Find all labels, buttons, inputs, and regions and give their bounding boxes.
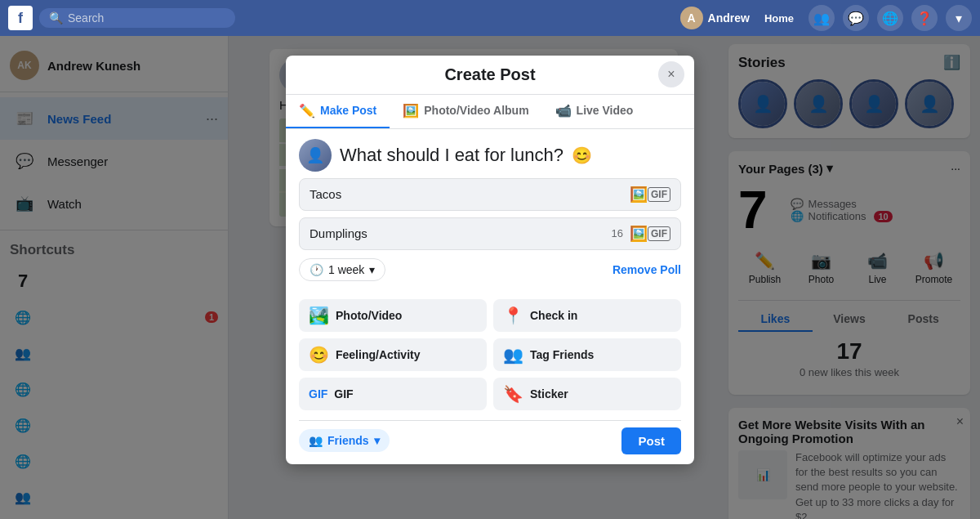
- top-navigation: f 🔍 A Andrew Home 👥 💬 🌐 ❓ ▾: [0, 0, 980, 36]
- poll-option-2-gif-icon[interactable]: GIF: [648, 226, 670, 241]
- sticker-icon: 🔖: [503, 384, 523, 404]
- create-post-user: 👤 What should I eat for lunch? 😊: [299, 139, 681, 172]
- topnav-left: f 🔍: [8, 6, 235, 30]
- poll-option-2-image-icon[interactable]: 🖼️: [630, 225, 648, 243]
- globe-icon[interactable]: 🌐: [877, 5, 903, 31]
- messenger-icon[interactable]: 💬: [843, 5, 869, 31]
- friends-icon[interactable]: 👥: [808, 5, 835, 31]
- audience-btn[interactable]: 👥 Friends ▾: [299, 429, 390, 452]
- action-gif[interactable]: GIF GIF: [299, 378, 487, 410]
- topnav-right: A Andrew Home 👥 💬 🌐 ❓ ▾: [680, 5, 972, 31]
- photoalbum-icon: 🖼️: [403, 103, 419, 119]
- clock-icon: 🕐: [310, 263, 323, 276]
- help-icon[interactable]: ❓: [911, 5, 938, 31]
- livevideo-icon: 📹: [555, 103, 572, 119]
- modal-overlay[interactable]: Create Post × ✏️ Make Post 🖼️ Photo/Vide…: [0, 0, 980, 519]
- action-feeling[interactable]: 😊 Feeling/Activity: [299, 338, 487, 371]
- search-icon: 🔍: [49, 11, 63, 25]
- feeling-icon: 😊: [309, 345, 329, 365]
- search-bar[interactable]: 🔍: [39, 8, 235, 28]
- remove-poll-btn[interactable]: Remove Poll: [612, 257, 681, 283]
- poll-option-2-count: 16: [612, 227, 623, 239]
- poll-duration-btn[interactable]: 🕐 1 week ▾: [299, 258, 385, 281]
- photo-video-label: Photo/Video: [336, 309, 402, 322]
- poll-option-2: Dumplings 16 🖼️ GIF: [299, 217, 681, 250]
- feeling-label: Feeling/Activity: [336, 348, 420, 361]
- poll-option-1-image-icon[interactable]: 🖼️: [630, 186, 648, 204]
- poll-option-1-gif-icon[interactable]: GIF: [648, 187, 670, 202]
- modal-close-btn[interactable]: ×: [658, 61, 684, 87]
- modal-tab-makepost[interactable]: ✏️ Make Post: [286, 95, 390, 128]
- action-sticker[interactable]: 🔖 Sticker: [493, 378, 681, 410]
- audience-label: Friends: [327, 434, 369, 447]
- action-photo-video[interactable]: 🏞️ Photo/Video: [299, 299, 487, 332]
- nav-user[interactable]: A Andrew: [680, 7, 750, 29]
- tag-friends-icon: 👥: [503, 345, 523, 365]
- nav-username: Andrew: [708, 11, 750, 25]
- poll-duration-label: 1 week: [328, 263, 364, 276]
- modal-actions-grid: 🏞️ Photo/Video 📍 Check in 😊 Feeling/Acti…: [299, 299, 681, 410]
- search-input[interactable]: [68, 11, 225, 25]
- checkin-icon: 📍: [503, 306, 523, 325]
- modal-header: Create Post ×: [286, 56, 694, 95]
- tag-friends-label: Tag Friends: [530, 348, 594, 361]
- poll-controls: 🕐 1 week ▾ Remove Poll: [299, 257, 681, 293]
- create-post-question: What should I eat for lunch?: [340, 145, 564, 166]
- create-post-avatar: 👤: [299, 139, 332, 172]
- modal-title: Create Post: [444, 65, 535, 84]
- facebook-logo[interactable]: f: [8, 6, 33, 30]
- makepost-icon: ✏️: [299, 103, 315, 119]
- poll-option-1-text: Tacos: [310, 187, 630, 201]
- gif-icon: GIF: [309, 387, 327, 400]
- poll-option-1: Tacos 🖼️ GIF: [299, 178, 681, 211]
- audience-icon: 👥: [309, 434, 323, 447]
- poll-option-2-text: Dumplings: [310, 226, 612, 240]
- photo-video-icon: 🏞️: [309, 306, 329, 325]
- gif-label: GIF: [334, 387, 353, 400]
- sticker-label: Sticker: [530, 387, 568, 400]
- modal-footer: 👥 Friends ▾ Post: [299, 420, 681, 454]
- emoji-btn[interactable]: 😊: [572, 145, 592, 165]
- audience-chevron-icon: ▾: [374, 434, 380, 447]
- modal-tab-photoalbum[interactable]: 🖼️ Photo/Video Album: [390, 95, 541, 128]
- modal-tab-livevideo[interactable]: 📹 Live Video: [542, 95, 647, 128]
- checkin-label: Check in: [530, 309, 577, 322]
- action-tag-friends[interactable]: 👥 Tag Friends: [493, 338, 681, 371]
- chevron-down-icon[interactable]: ▾: [946, 5, 972, 31]
- create-post-modal: Create Post × ✏️ Make Post 🖼️ Photo/Vide…: [286, 56, 694, 464]
- nav-avatar: A: [680, 7, 703, 29]
- modal-body: 👤 What should I eat for lunch? 😊 Tacos 🖼…: [286, 129, 694, 464]
- duration-chevron-icon: ▾: [369, 263, 375, 276]
- action-checkin[interactable]: 📍 Check in: [493, 299, 681, 332]
- post-submit-btn[interactable]: Post: [621, 427, 681, 454]
- home-nav-btn[interactable]: Home: [758, 9, 800, 28]
- modal-tabs: ✏️ Make Post 🖼️ Photo/Video Album 📹 Live…: [286, 95, 694, 129]
